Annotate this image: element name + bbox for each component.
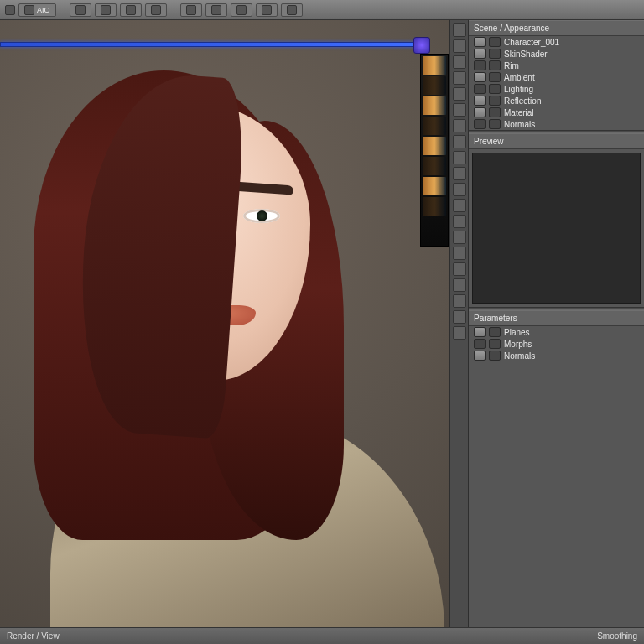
toolbar-button-6[interactable] <box>205 3 227 17</box>
reference-thumb[interactable] <box>423 76 446 95</box>
preview-thumbnail[interactable] <box>472 153 641 304</box>
param-icon <box>489 339 501 349</box>
inspector-section-header[interactable]: Parameters <box>469 310 644 326</box>
reference-thumb[interactable] <box>423 56 446 75</box>
section-title: Preview <box>474 137 504 146</box>
inspector-item[interactable]: Rim <box>469 60 644 71</box>
view-tool-icon[interactable] <box>453 231 466 244</box>
view-tool-icon[interactable] <box>453 247 466 260</box>
tool-icon <box>151 5 161 15</box>
toolbar-button-3[interactable] <box>120 3 142 17</box>
reference-strip[interactable] <box>420 54 449 247</box>
workspace-mode-button[interactable]: AIO <box>18 3 56 17</box>
toolbar-button-1[interactable] <box>70 3 91 17</box>
inspector-item[interactable]: Normals <box>469 118 644 130</box>
app-menu-icon[interactable] <box>5 5 15 15</box>
view-tool-icon[interactable] <box>453 167 466 180</box>
item-label: Normals <box>504 351 639 361</box>
inspector-section-header[interactable]: Preview <box>469 133 644 149</box>
tool-icon <box>75 5 86 15</box>
checkbox-icon[interactable] <box>474 49 486 59</box>
view-tool-icon[interactable] <box>453 103 466 117</box>
status-right-label: Smoothing <box>597 631 637 641</box>
toolbar-button-7[interactable] <box>231 3 252 17</box>
item-label: Material <box>504 108 639 117</box>
inspector-item[interactable]: Material <box>469 106 644 118</box>
character-eye <box>243 209 280 223</box>
view-tool-icon[interactable] <box>453 262 466 276</box>
timeline-scrubber[interactable] <box>0 42 423 47</box>
param-icon <box>489 351 501 361</box>
timeline-handle[interactable] <box>413 37 430 54</box>
checkbox-icon[interactable] <box>474 119 486 129</box>
workspace-icon <box>24 5 34 15</box>
reference-thumb[interactable] <box>423 177 446 195</box>
tool-icon <box>262 5 272 15</box>
toolbar-button-5[interactable] <box>180 3 202 17</box>
checkbox-icon[interactable] <box>474 351 486 361</box>
viewport-container <box>0 20 468 627</box>
tool-icon <box>101 5 111 15</box>
checkbox-icon[interactable] <box>474 60 486 70</box>
item-label: Character_001 <box>504 38 639 47</box>
inspector-item[interactable]: SkinShader <box>469 48 644 60</box>
reference-thumb[interactable] <box>423 197 446 216</box>
tool-icon <box>287 5 297 15</box>
view-tool-icon[interactable] <box>453 215 466 228</box>
status-left-label: Render / View <box>7 631 60 641</box>
view-tool-icon[interactable] <box>453 278 466 292</box>
item-label: SkinShader <box>504 49 639 59</box>
inspector-section-header[interactable]: Scene / Appearance <box>469 20 644 36</box>
view-tool-icon[interactable] <box>453 310 466 324</box>
item-label: Ambient <box>504 73 639 82</box>
tool-icon <box>211 5 221 15</box>
toolbar-button-8[interactable] <box>256 3 278 17</box>
viewport-tool-column <box>449 20 468 627</box>
reference-thumb[interactable] <box>423 117 446 135</box>
toolbar-button-2[interactable] <box>95 3 117 17</box>
workspace-mode-label: AIO <box>37 6 50 14</box>
view-tool-icon[interactable] <box>453 23 466 37</box>
view-tool-icon[interactable] <box>453 294 466 308</box>
item-label: Reflection <box>504 96 639 106</box>
inspector-item[interactable]: Reflection <box>469 95 644 106</box>
reference-thumb[interactable] <box>423 96 446 115</box>
view-tool-icon[interactable] <box>453 326 466 340</box>
checkbox-icon[interactable] <box>474 84 486 94</box>
checkbox-icon[interactable] <box>474 339 486 349</box>
inspector-item[interactable]: Ambient <box>469 71 644 83</box>
view-tool-icon[interactable] <box>453 135 466 148</box>
top-toolbar: AIO <box>0 0 644 20</box>
checkbox-icon[interactable] <box>474 107 486 117</box>
reference-thumb[interactable] <box>423 137 446 155</box>
inspector-item[interactable]: Character_001 <box>469 36 644 48</box>
status-bar: Render / View Smoothing <box>0 627 644 644</box>
toolbar-button-4[interactable] <box>145 3 167 17</box>
toolbar-button-9[interactable] <box>281 3 303 17</box>
checkbox-icon[interactable] <box>474 37 486 47</box>
tool-icon <box>126 5 136 15</box>
view-tool-icon[interactable] <box>453 151 466 164</box>
node-icon <box>489 49 501 59</box>
inspector-item[interactable]: Lighting <box>469 83 644 95</box>
view-tool-icon[interactable] <box>453 87 466 101</box>
view-tool-icon[interactable] <box>453 119 466 132</box>
param-icon <box>489 327 501 337</box>
checkbox-icon[interactable] <box>474 72 486 82</box>
inspector-item[interactable]: Morphs <box>469 338 644 350</box>
node-icon <box>489 37 501 47</box>
section-title: Parameters <box>474 314 517 323</box>
inspector-item[interactable]: Planes <box>469 326 644 338</box>
view-tool-icon[interactable] <box>453 71 466 85</box>
checkbox-icon[interactable] <box>474 327 486 337</box>
view-tool-icon[interactable] <box>453 183 466 196</box>
view-tool-icon[interactable] <box>453 39 466 53</box>
inspector-item[interactable]: Normals <box>469 350 644 361</box>
view-tool-icon[interactable] <box>453 199 466 212</box>
reference-thumb[interactable] <box>423 157 446 175</box>
view-tool-icon[interactable] <box>453 55 466 69</box>
render-viewport[interactable] <box>0 20 449 627</box>
node-icon <box>489 72 501 82</box>
item-label: Planes <box>504 328 639 337</box>
checkbox-icon[interactable] <box>474 96 486 106</box>
